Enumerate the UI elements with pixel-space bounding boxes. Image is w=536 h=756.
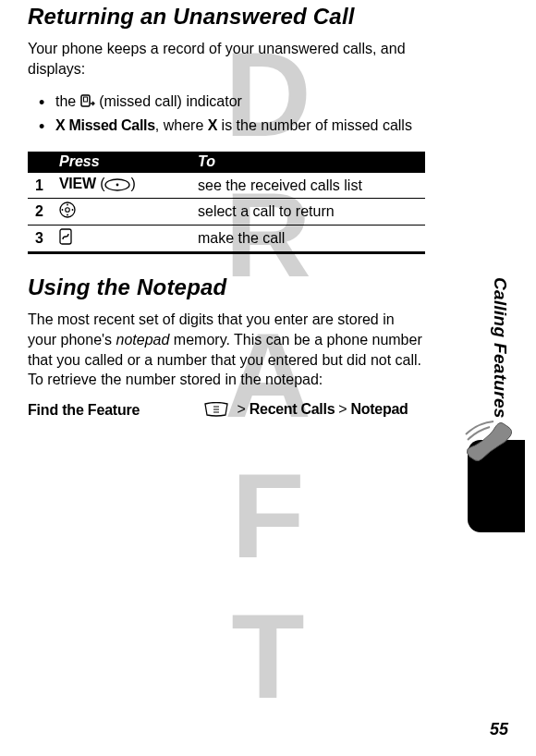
svg-point-6 xyxy=(67,204,68,206)
softkey-icon xyxy=(104,178,130,195)
bullet-list: the (missed call) indicator X Missed Cal… xyxy=(28,90,425,137)
nav-key-icon xyxy=(59,201,76,222)
bullet-missed-count: X Missed Calls, where X is the number of… xyxy=(43,114,425,138)
find-feature-path: >Recent Calls>Notepad xyxy=(203,401,408,421)
bullet2-label: X Missed Calls xyxy=(55,117,155,133)
svg-point-3 xyxy=(116,184,119,187)
table-header-to: To xyxy=(190,152,425,173)
page-content: Returning an Unanswered Call Your phone … xyxy=(0,0,499,421)
row1-press: VIEW ( ) xyxy=(52,173,190,199)
bullet-missed-indicator: the (missed call) indicator xyxy=(43,90,425,114)
heading-returning-call: Returning an Unanswered Call xyxy=(28,4,425,30)
svg-point-8 xyxy=(62,209,64,211)
table-header-press: Press xyxy=(52,152,190,173)
row1-press-label: VIEW xyxy=(59,176,96,191)
row1-paren-open: ( xyxy=(96,176,105,191)
svg-point-5 xyxy=(66,208,70,213)
page-number: 55 xyxy=(490,720,508,739)
menu-key-icon xyxy=(203,402,229,421)
row2-to: select a call to return xyxy=(190,199,425,226)
notepad-paragraph: The most recent set of digits that you e… xyxy=(28,310,425,389)
svg-point-9 xyxy=(72,209,74,211)
row1-paren-close: ) xyxy=(130,176,135,191)
path-recent-calls: Recent Calls xyxy=(250,401,335,417)
send-key-icon xyxy=(59,228,72,249)
bullet2-rest: , where xyxy=(155,117,208,133)
body-em: notepad xyxy=(116,332,170,348)
row3-to: make the call xyxy=(190,226,425,253)
row3-num: 3 xyxy=(28,226,52,253)
bullet1-prefix: the xyxy=(55,93,80,109)
phone-handset-icon xyxy=(462,420,518,466)
heading-notepad: Using the Notepad xyxy=(28,274,425,300)
intro-paragraph: Your phone keeps a record of your unansw… xyxy=(28,39,425,79)
svg-rect-1 xyxy=(83,97,87,102)
table-header-row: Press To xyxy=(28,152,425,173)
bullet2-x: X xyxy=(208,117,217,133)
row1-to: see the received calls list xyxy=(190,173,425,199)
table-row: 1 VIEW ( ) see the received calls list xyxy=(28,173,425,199)
table-row: 3 make the call xyxy=(28,226,425,253)
bullet1-suffix: (missed call) indicator xyxy=(99,93,242,109)
find-feature-label: Find the Feature xyxy=(28,402,203,419)
row1-num: 1 xyxy=(28,173,52,199)
missed-call-icon xyxy=(80,91,95,104)
table-row: 2 select a call to return xyxy=(28,199,425,226)
svg-point-7 xyxy=(67,214,68,216)
row2-num: 2 xyxy=(28,199,52,226)
row2-press xyxy=(52,199,190,226)
path-sep: > xyxy=(233,401,249,417)
table-header-blank xyxy=(28,152,52,173)
path-sep: > xyxy=(335,401,350,417)
press-to-table: Press To 1 VIEW ( ) see the received cal… xyxy=(28,152,425,254)
find-feature-row: Find the Feature >Recent Calls>Notepad xyxy=(28,401,425,421)
path-notepad: Notepad xyxy=(351,401,408,417)
bullet2-end: is the number of missed calls xyxy=(217,117,412,133)
row3-press xyxy=(52,226,190,253)
